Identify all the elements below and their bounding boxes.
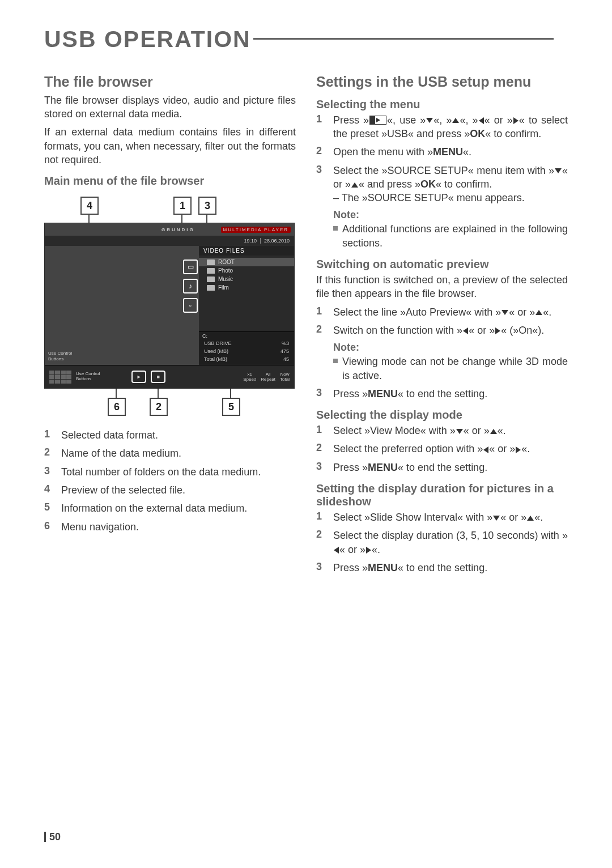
legend-5: Information on the external data medium. (61, 501, 296, 515)
bullet-icon (333, 359, 338, 363)
chapter-rule (253, 38, 554, 40)
chapter-title-text: USB OPERATION (44, 26, 251, 52)
right-icon (516, 446, 521, 453)
up-icon (527, 516, 534, 521)
keypad-icon (49, 371, 71, 384)
list-row-root: ROOT (199, 258, 294, 266)
audio-format-icon: ♪ (183, 279, 198, 293)
note-label: Note: (333, 209, 568, 221)
left-icon (479, 117, 484, 124)
para-autoprev: If this function is switched on, a previ… (316, 273, 568, 301)
left-icon (463, 327, 468, 334)
para-fb-1: The file browser displays video, audio a… (44, 93, 296, 121)
step-sm-3: Select the »SOURCE SETUP« menu item with… (333, 164, 568, 205)
step-dm-3: Press »MENU« to end the setting. (333, 461, 568, 474)
heading-main-menu: Main menu of the file browser (44, 175, 296, 188)
bullet-icon (333, 226, 338, 231)
right-icon (513, 117, 518, 124)
player-label: MULTIMEDIA PLAYER (221, 227, 291, 233)
callout-4: 4 (80, 197, 99, 215)
step-dm-2: Select the preferred option with »« or »… (333, 442, 568, 456)
note-2: Viewing mode can not be change while 3D … (342, 355, 568, 382)
callout-1: 1 (173, 197, 192, 215)
left-icon (334, 547, 339, 554)
heading-usb-settings: Settings in the USB setup menu (316, 74, 568, 90)
legend-6: Menu navigation. (61, 520, 296, 534)
list-row: Film (202, 283, 291, 292)
legend-4: Preview of the selected file. (61, 483, 296, 497)
step-ss-3: Press »MENU« to end the setting. (333, 561, 568, 575)
step-ap-1: Select the line »Auto Preview« with »« o… (333, 305, 568, 319)
step-dm-1: Select »View Mode« with »« or »«. (333, 424, 568, 437)
list-row: Music (202, 275, 291, 283)
clock-date: 28.06.2010 (260, 238, 290, 244)
para-fb-2: If an external data medium contains file… (44, 125, 296, 167)
down-icon (502, 310, 508, 315)
ctrl-hint-2: Buttons (48, 356, 196, 362)
note-1: Additional functions are explained in th… (342, 222, 568, 250)
up-icon (351, 182, 358, 188)
heading-auto-preview: Switching on automatic preview (316, 258, 568, 271)
play-icon: ► (131, 371, 146, 383)
down-icon (493, 516, 500, 521)
drive-info: C: USB DRIVE%3 Used (MB)475 Total (MB)45 (199, 331, 294, 365)
clock-time: 19:10 (240, 238, 257, 244)
video-format-icon: ▭ (183, 259, 198, 274)
callout-3: 3 (198, 197, 216, 215)
heading-selecting-menu: Selecting the menu (316, 98, 568, 111)
down-icon (555, 168, 562, 173)
down-icon (456, 429, 463, 434)
chapter-title: USB OPERATION (44, 26, 568, 56)
ctrl-hint-1: Use Control (48, 351, 196, 356)
file-browser-screenshot: GRUNDIG MULTIMEDIA PLAYER 19:10 28.06.20… (44, 223, 295, 389)
heading-file-browser: The file browser (44, 74, 296, 90)
heading-display-mode: Selecting the display mode (316, 409, 568, 422)
stop-icon: ■ (151, 371, 165, 383)
source-icon (369, 116, 386, 125)
page-number: 50 (44, 832, 63, 842)
right-icon (366, 547, 371, 554)
step-sm-2: Open the menu with »MENU«. (333, 145, 568, 159)
legend-3: Total number of folders on the data medi… (61, 465, 296, 479)
callout-2: 2 (150, 398, 168, 416)
callout-6: 6 (108, 398, 126, 416)
list-header: VIDEO FILES (199, 246, 294, 256)
step-ss-1: Select »Slide Show Interval« with »« or … (333, 510, 568, 524)
callout-5: 5 (222, 398, 240, 416)
step-ap-3: Press »MENU« to end the setting. (333, 387, 568, 401)
left-icon (483, 446, 488, 453)
note-label: Note: (333, 342, 568, 354)
brand-label: GRUNDIG (162, 227, 195, 232)
file-browser-figure: 4 1 3 GRUNDIG MULTIMEDIA PLAYER 19:10 28… (44, 197, 294, 417)
legend-1: Selected data format. (61, 428, 296, 442)
legend-2: Name of the data medium. (61, 446, 296, 460)
step-sm-1: Press »«, use »«, »«, »« or »« to select… (333, 113, 568, 141)
heading-slideshow: Setting the display duration for picture… (316, 482, 568, 508)
up-icon (490, 429, 497, 434)
list-row: Photo (202, 266, 291, 275)
up-icon (536, 310, 542, 315)
step-ss-2: Select the display duration (3, 5, 10 se… (333, 529, 568, 556)
up-icon (452, 118, 459, 123)
right-icon (495, 327, 500, 334)
step-ap-2: Switch on the function with »« or »« (»O… (333, 324, 568, 337)
down-icon (426, 118, 433, 123)
picture-format-icon: ▫ (183, 298, 198, 313)
